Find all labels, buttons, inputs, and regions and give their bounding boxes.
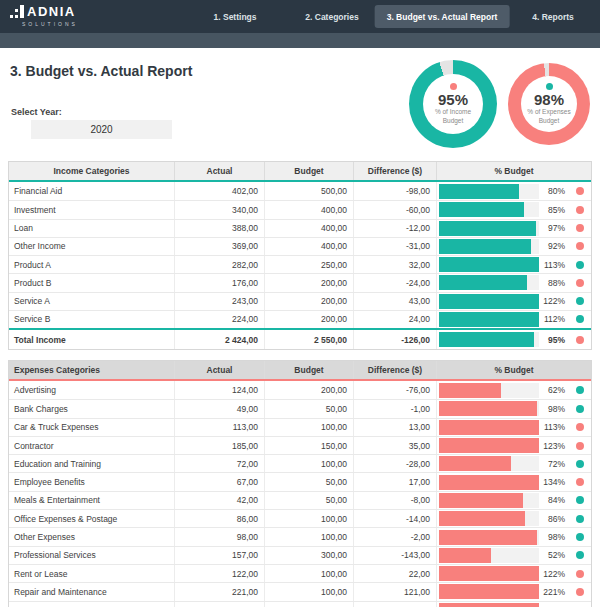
pct-budget-cell: 92%: [437, 238, 591, 255]
actual-cell: 49,00: [175, 400, 265, 417]
status-dot: [576, 206, 584, 214]
brand-name: ADNIA: [27, 5, 76, 18]
pct-budget-value: 80%: [539, 186, 565, 196]
pct-budget-value: 123%: [539, 441, 565, 451]
difference-cell: 35,00: [354, 437, 437, 454]
pct-budget-bar: [439, 493, 523, 508]
table-row: Loan 388,00 400,00 -12,00 97%: [9, 219, 591, 237]
column-header: Actual: [175, 361, 265, 379]
difference-cell: -76,00: [354, 381, 437, 399]
category-cell: Professional Services: [9, 547, 175, 564]
budget-cell: 250,00: [265, 256, 354, 273]
expenses-budget-donut-chart: 98% % of Expenses Budget: [508, 63, 590, 145]
pct-budget-bar-track: [439, 603, 539, 607]
pct-budget-bar-track: [439, 239, 539, 254]
brand-logo: ADNIA SOLUTIONS: [10, 5, 78, 27]
actual-cell: 369,00: [175, 238, 265, 255]
nav-tab-3[interactable]: 3. Budget vs. Actual Report: [375, 5, 510, 28]
pct-budget-bar: [439, 257, 539, 272]
nav-tab-2[interactable]: 2. Categories: [305, 0, 358, 33]
difference-cell: -143,00: [354, 547, 437, 564]
pct-budget-bar-track: [439, 383, 539, 398]
budget-cell: 2 550,00: [265, 330, 354, 349]
status-dot: [576, 442, 584, 450]
year-selector-label: Select Year:: [11, 107, 62, 117]
pct-budget-bar-track: [439, 275, 539, 290]
status-dot: [576, 315, 584, 323]
budget-cell: 400,00: [265, 220, 354, 237]
pct-budget-value: 85%: [539, 205, 565, 215]
column-header: Income Categories: [9, 162, 175, 180]
pct-budget-value: 86%: [539, 514, 565, 524]
nav-tab-4[interactable]: 4. Reports: [532, 0, 574, 33]
brand-logo-icon: [10, 5, 24, 18]
actual-cell: 86,00: [175, 510, 265, 527]
column-header: Expenses Categories: [9, 361, 175, 379]
difference-cell: 121,00: [354, 583, 437, 600]
income-table-body: Financial Aid 402,00 500,00 -98,00 80% I…: [9, 182, 591, 349]
budget-cell: 100,00: [265, 419, 354, 436]
category-cell: Other Income: [9, 238, 175, 255]
pct-budget-cell: 122%: [437, 565, 591, 582]
column-header: Difference ($): [354, 361, 437, 379]
difference-cell: -12,00: [354, 220, 437, 237]
pct-budget-value: 113%: [539, 260, 565, 270]
budget-cell: 300,00: [265, 547, 354, 564]
pct-budget-cell: 113%: [437, 256, 591, 273]
difference-cell: -28,00: [354, 455, 437, 472]
actual-cell: 157,00: [175, 547, 265, 564]
donut-caption-line1: % of Income: [435, 108, 471, 115]
table-row: Other Income 369,00 400,00 -31,00 92%: [9, 237, 591, 255]
pct-budget-value: 134%: [539, 477, 565, 487]
table-row: [9, 601, 591, 607]
actual-cell: 224,00: [175, 311, 265, 328]
budget-cell: 200,00: [265, 311, 354, 328]
table-row: Contractor 185,00 150,00 35,00 123%: [9, 436, 591, 454]
difference-cell: -8,00: [354, 492, 437, 509]
status-dot: [576, 297, 584, 305]
difference-cell: 22,00: [354, 565, 437, 582]
donut-caption-line1: % of Expenses: [527, 108, 570, 115]
pct-budget-bar: [439, 239, 531, 254]
difference-cell: -126,00: [354, 330, 437, 349]
pct-budget-bar: [439, 566, 539, 581]
status-dot: [576, 533, 584, 541]
pct-budget-cell: [437, 602, 591, 607]
column-header: Budget: [265, 361, 354, 379]
budget-cell: 500,00: [265, 182, 354, 200]
pct-budget-cell: 85%: [437, 201, 591, 218]
difference-cell: -1,00: [354, 400, 437, 417]
category-cell: Loan: [9, 220, 175, 237]
difference-cell: -60,00: [354, 201, 437, 218]
status-dot: [576, 279, 584, 287]
pct-budget-value: 221%: [539, 587, 565, 597]
brand-subtitle: SOLUTIONS: [10, 21, 78, 27]
actual-cell: 122,00: [175, 565, 265, 582]
table-row: Product A 282,00 250,00 32,00 113%: [9, 255, 591, 273]
table-row: Meals & Entertainment 42,00 50,00 -8,00 …: [9, 491, 591, 509]
difference-cell: 17,00: [354, 473, 437, 490]
expenses-table-body: Advertising 124,00 200,00 -76,00 62% Ban…: [9, 381, 591, 607]
donut-center: 95% % of Income Budget: [423, 74, 483, 134]
category-cell: Rent or Lease: [9, 565, 175, 582]
pct-budget-bar-track: [439, 566, 539, 581]
category-cell: Repair and Maintenance: [9, 583, 175, 600]
expenses-table-header: Expenses CategoriesActualBudgetDifferenc…: [9, 361, 591, 381]
status-dot: [576, 187, 584, 195]
pct-budget-value: 92%: [539, 241, 565, 251]
actual-cell: 98,00: [175, 528, 265, 545]
year-selector[interactable]: 2020: [31, 120, 172, 139]
difference-cell: [354, 602, 437, 607]
pct-budget-cell: 62%: [437, 381, 591, 399]
pct-budget-bar-track: [439, 332, 539, 347]
column-header: % Budget: [437, 361, 591, 379]
pct-budget-bar: [439, 548, 491, 563]
actual-cell: 72,00: [175, 455, 265, 472]
pct-budget-value: 98%: [539, 532, 565, 542]
category-cell: Employee Benefits: [9, 473, 175, 490]
column-header: % Budget: [437, 162, 591, 180]
pct-budget-cell: 122%: [437, 293, 591, 310]
budget-cell: 100,00: [265, 583, 354, 600]
difference-cell: 13,00: [354, 419, 437, 436]
nav-tab-1[interactable]: 1. Settings: [214, 0, 257, 33]
